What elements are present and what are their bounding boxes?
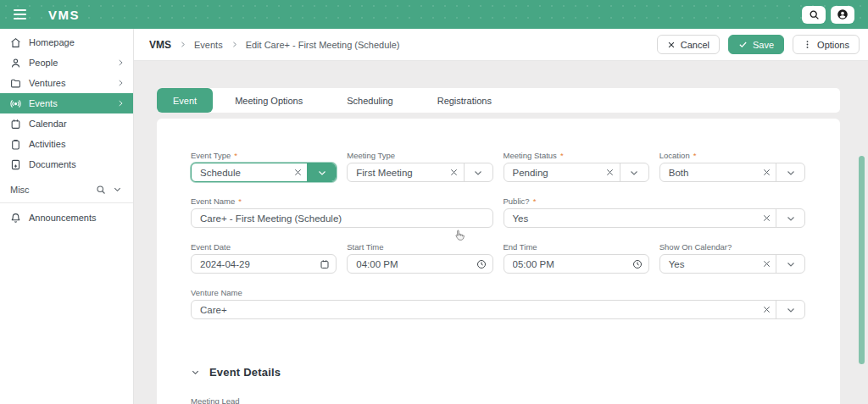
sidebar-item-label: Calendar (29, 119, 125, 129)
clear-x-icon[interactable] (757, 259, 776, 268)
vertical-scrollbar-thumb[interactable] (859, 156, 865, 364)
kebab-menu-icon (803, 40, 812, 49)
field-label: Meeting Type (347, 151, 492, 160)
location-combobox[interactable]: Both (659, 163, 805, 182)
calendar-icon[interactable] (314, 259, 336, 269)
form-row-2: Event Name* Public?* Yes (191, 196, 805, 228)
event-date-input-wrap (191, 254, 337, 274)
sidebar-item-activities[interactable]: Activities (0, 134, 133, 154)
folder-icon (10, 78, 21, 89)
sidebar-item-ventures[interactable]: Ventures (0, 73, 133, 93)
start-time-input[interactable] (348, 259, 470, 269)
chevron-down-icon[interactable] (620, 163, 648, 182)
save-button[interactable]: Save (728, 35, 784, 54)
chevron-down-icon[interactable] (113, 185, 123, 195)
event-details-section-header[interactable]: Event Details (191, 366, 805, 379)
field-meeting-lead: Meeting Lead (191, 396, 805, 404)
field-show-on-calendar: Show On Calendar? Yes (659, 242, 805, 274)
sidebar-item-people[interactable]: People (0, 53, 133, 73)
breadcrumb-root[interactable]: VMS (149, 39, 171, 51)
field-label: Show On Calendar? (659, 242, 805, 252)
misc-label: Misc (10, 185, 89, 195)
chevron-down-icon[interactable] (776, 300, 804, 319)
field-label: Public?* (504, 196, 806, 206)
misc-section-header: Misc (0, 180, 133, 200)
section-title: Event Details (209, 366, 281, 379)
clipboard-icon (10, 139, 21, 150)
document-icon (10, 159, 21, 170)
sidebar-item-documents[interactable]: Documents (0, 154, 133, 174)
chevron-down-icon[interactable] (776, 208, 804, 228)
field-label: Venture Name (191, 288, 805, 297)
required-asterisk: * (533, 196, 537, 206)
meeting-type-combobox[interactable]: First Meeting (347, 163, 492, 182)
location-value: Both (660, 168, 757, 178)
tab-scheduling[interactable]: Scheduling (325, 88, 415, 113)
venture-name-combobox[interactable]: Care+ (191, 300, 805, 319)
public-value: Yes (504, 213, 758, 224)
options-label: Options (817, 40, 849, 50)
home-icon (10, 37, 21, 48)
sidebar-item-label: Homepage (29, 37, 125, 47)
search-icon (809, 9, 820, 20)
sidebar-divider (0, 202, 133, 203)
sidebar-item-calendar[interactable]: Calendar (0, 113, 133, 134)
show-on-calendar-combobox[interactable]: Yes (659, 254, 805, 274)
public-combobox[interactable]: Yes (504, 208, 806, 228)
sidebar-item-homepage[interactable]: Homepage (0, 32, 133, 53)
end-time-input[interactable] (504, 259, 626, 269)
bell-icon (10, 213, 21, 224)
clear-x-icon[interactable] (601, 168, 620, 177)
field-meeting-status: Meeting Status* Pending (504, 151, 649, 182)
chevron-right-icon (116, 99, 125, 108)
field-location: Location* Both (659, 151, 805, 182)
sidebar-item-events[interactable]: Events (0, 93, 133, 113)
main-content: VMS Events Edit Care+ - First Meeting (S… (134, 29, 868, 404)
app-title: VMS (48, 8, 80, 22)
search-icon[interactable] (96, 185, 106, 195)
tab-meeting-options[interactable]: Meeting Options (213, 88, 325, 113)
work-area: Event Meeting Options Scheduling Registr… (134, 61, 868, 404)
options-button[interactable]: Options (793, 35, 860, 54)
tab-bar: Event Meeting Options Scheduling Registr… (157, 88, 840, 113)
menu-icon[interactable] (8, 4, 34, 25)
breadcrumb-events[interactable]: Events (194, 40, 223, 50)
chevron-right-icon (116, 58, 125, 67)
field-event-name: Event Name* (191, 196, 493, 228)
sidebar-item-announcements[interactable]: Announcements (0, 208, 133, 228)
event-type-combobox[interactable]: Schedule (191, 163, 337, 182)
cancel-button[interactable]: Cancel (657, 35, 720, 54)
event-date-input[interactable] (192, 259, 314, 269)
clear-x-icon[interactable] (757, 305, 776, 314)
clear-x-icon[interactable] (445, 168, 464, 177)
clear-x-icon[interactable] (757, 213, 776, 223)
broadcast-icon (10, 98, 21, 109)
event-form-card: Event Type* Schedule Meeting Type First … (157, 119, 840, 404)
chevron-down-icon (191, 368, 200, 377)
event-name-input[interactable] (192, 213, 492, 224)
start-time-input-wrap (347, 254, 492, 274)
clock-icon[interactable] (626, 259, 648, 269)
save-label: Save (753, 40, 774, 50)
chevron-down-icon[interactable] (308, 163, 336, 182)
tab-registrations[interactable]: Registrations (415, 88, 514, 113)
chevron-right-icon (231, 41, 238, 48)
sidebar-item-label: People (29, 58, 108, 68)
required-asterisk: * (693, 151, 697, 160)
cancel-label: Cancel (681, 40, 709, 50)
meeting-status-combobox[interactable]: Pending (504, 163, 649, 182)
sidebar-item-label: Events (29, 98, 108, 108)
sidebar-item-label: Documents (29, 159, 125, 169)
tab-event[interactable]: Event (157, 88, 213, 113)
clear-x-icon[interactable] (757, 168, 776, 177)
close-icon (667, 41, 676, 49)
field-end-time: End Time (504, 242, 649, 274)
clear-x-icon[interactable] (288, 168, 307, 177)
chevron-down-icon[interactable] (776, 163, 804, 182)
chevron-down-icon[interactable] (776, 254, 804, 274)
venture-name-value: Care+ (192, 305, 757, 315)
chevron-down-icon[interactable] (465, 163, 492, 182)
clock-icon[interactable] (470, 259, 492, 269)
user-menu-button[interactable] (831, 6, 854, 24)
search-button[interactable] (802, 6, 826, 24)
